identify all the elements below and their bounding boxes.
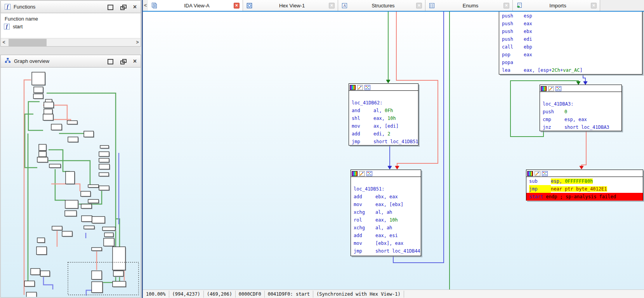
asm-token[interactable]: 2Ch xyxy=(552,68,560,73)
minimap-node[interactable] xyxy=(37,238,45,243)
asm-line[interactable]: movax, [edi] xyxy=(349,122,418,130)
node-color-icon[interactable] xyxy=(350,85,356,90)
asm-token[interactable]: mov xyxy=(354,201,375,208)
minimap-node[interactable] xyxy=(88,185,99,187)
asm-token[interactable]: eax, xyxy=(375,217,389,223)
basic-block-entry[interactable]: pushesppusheaxpushebxpushedicallebppopea… xyxy=(499,12,642,74)
asm-token[interactable]: push xyxy=(502,20,524,28)
asm-token[interactable]: rol xyxy=(354,216,375,224)
asm-line[interactable]: callebp xyxy=(499,43,642,51)
graph-overview-minimap[interactable] xyxy=(0,68,141,298)
minimap-node[interactable] xyxy=(62,231,72,236)
asm-token[interactable]: endp ; sp-analysis failed xyxy=(543,194,616,199)
asm-token[interactable]: push xyxy=(502,12,524,20)
tab-close-icon[interactable]: × xyxy=(329,3,335,9)
asm-token[interactable]: add xyxy=(354,193,375,201)
minimap-node[interactable] xyxy=(113,247,125,270)
basic-block-loc-41DB51[interactable]: loc_41DB51:addebx, eaxmoveax, [ebx]xchga… xyxy=(351,170,421,256)
asm-token[interactable]: start xyxy=(529,194,543,199)
group-node-icon[interactable] xyxy=(542,171,548,176)
minimap-node[interactable] xyxy=(99,164,109,169)
asm-token[interactable]: eax, esi xyxy=(375,233,398,238)
group-node-icon[interactable] xyxy=(365,85,370,90)
asm-line[interactable]: pushesp xyxy=(499,12,642,20)
basic-block-exit[interactable]: subesp, 0FFFFFF80hjmpnear ptr byte_4012E… xyxy=(526,170,643,201)
asm-token[interactable]: near ptr byte_4012E1 xyxy=(551,186,607,192)
tab-hex-view-1[interactable]: Hex View-1× xyxy=(243,0,338,11)
asm-token[interactable]: jmp xyxy=(354,247,375,255)
maximize-icon[interactable] xyxy=(108,5,113,9)
asm-token[interactable]: esp xyxy=(524,13,532,19)
asm-token[interactable]: lea xyxy=(502,66,524,74)
asm-token[interactable]: loc_41DB51: xyxy=(354,186,384,192)
minimap-node[interactable] xyxy=(68,137,78,142)
minimap-node[interactable] xyxy=(100,146,109,148)
asm-line[interactable]: moveax, [ebx] xyxy=(351,201,421,208)
tab-structures[interactable]: AStructures× xyxy=(338,0,425,11)
asm-line[interactable]: pusheax xyxy=(499,20,642,28)
asm-token[interactable]: loc_41DBA3: xyxy=(543,101,573,107)
minimap-node[interactable] xyxy=(51,124,62,130)
asm-token[interactable]: 0 xyxy=(564,109,567,114)
minimap-node[interactable] xyxy=(92,248,102,251)
functions-panel-titlebar[interactable]: f Functions × xyxy=(0,0,141,13)
minimap-node[interactable] xyxy=(102,227,115,230)
asm-token[interactable]: loc_41DB62: xyxy=(352,100,382,106)
asm-line[interactable]: subesp, 0FFFFFF80h xyxy=(526,177,643,185)
scroll-left-icon[interactable]: < xyxy=(1,38,7,47)
asm-token[interactable]: eax, [esp+ xyxy=(524,68,552,73)
minimap-node[interactable] xyxy=(84,226,94,229)
tab-close-icon[interactable]: × xyxy=(503,3,509,9)
group-node-icon[interactable] xyxy=(555,86,561,91)
minimap-node[interactable] xyxy=(92,217,105,223)
asm-line[interactable]: xchgal, ah xyxy=(351,208,421,216)
minimap-node[interactable] xyxy=(81,191,90,196)
minimap-node[interactable] xyxy=(81,204,92,208)
tab-enums[interactable]: Enums× xyxy=(425,0,513,11)
asm-token[interactable]: jmp xyxy=(352,138,373,146)
asm-line[interactable]: cmpesp, eax xyxy=(540,116,621,123)
asm-token[interactable]: eax, xyxy=(373,116,387,121)
minimap-node[interactable] xyxy=(44,109,52,114)
minimap-node[interactable] xyxy=(49,164,61,168)
asm-token[interactable]: xchg xyxy=(354,208,375,216)
asm-line[interactable]: andal, 0Fh xyxy=(349,107,418,114)
scrollbar-thumb[interactable] xyxy=(9,39,47,46)
minimap-node[interactable] xyxy=(34,87,43,93)
minimap-node[interactable] xyxy=(32,72,45,85)
edit-node-icon[interactable] xyxy=(535,171,540,176)
asm-token[interactable]: 0Fh xyxy=(385,108,393,113)
asm-token[interactable]: al, ah xyxy=(375,210,392,215)
asm-line[interactable]: jmpnear ptr byte_4012E1 xyxy=(526,185,643,193)
asm-token[interactable]: eax xyxy=(524,52,532,57)
asm-line[interactable]: mov[ebx], eax xyxy=(351,239,421,247)
asm-line[interactable]: addeax, esi xyxy=(351,232,421,239)
tab-scroll-left-icon[interactable]: < xyxy=(143,0,148,11)
asm-line[interactable]: jmpshort loc_41DB51 xyxy=(349,138,418,146)
close-icon[interactable]: × xyxy=(133,59,137,63)
tab-imports[interactable]: Imports× xyxy=(513,0,600,11)
maximize-icon[interactable] xyxy=(108,59,113,63)
asm-token[interactable]: ax, [edi] xyxy=(373,123,399,129)
asm-token[interactable]: edi, xyxy=(373,131,387,137)
edit-node-icon[interactable] xyxy=(357,85,363,90)
minimap-node[interactable] xyxy=(52,226,62,230)
asm-token[interactable]: push xyxy=(502,28,524,35)
asm-line[interactable]: push0 xyxy=(540,108,621,116)
function-list-item[interactable]: fstart xyxy=(1,23,141,30)
minimap-node[interactable] xyxy=(113,281,126,287)
asm-token[interactable]: ebx xyxy=(524,29,532,34)
asm-token[interactable]: mov xyxy=(354,239,375,247)
asm-line[interactable]: shleax, 10h xyxy=(349,114,418,122)
minimap-node[interactable] xyxy=(113,271,123,276)
asm-token[interactable]: jnz xyxy=(543,123,564,131)
minimap-node[interactable] xyxy=(104,233,113,237)
node-color-icon[interactable] xyxy=(541,86,547,91)
asm-line[interactable]: addebx, eax xyxy=(351,193,421,201)
tab-ida-view-a[interactable]: IDA View-A× xyxy=(148,0,243,11)
edit-node-icon[interactable] xyxy=(359,171,365,176)
minimap-node[interactable] xyxy=(31,269,40,275)
minimap-node[interactable] xyxy=(26,292,36,297)
asm-token[interactable]: add xyxy=(352,130,373,138)
asm-token[interactable]: 2 xyxy=(387,131,390,137)
